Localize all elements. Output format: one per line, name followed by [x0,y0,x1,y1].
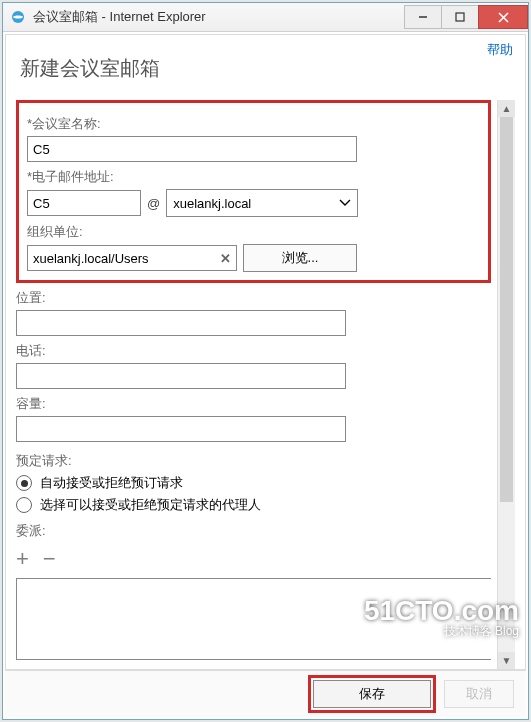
window-frame: 会议室邮箱 - Internet Explorer 帮助 新建会议室邮箱 *会议… [2,2,529,720]
scroll-thumb[interactable] [500,117,513,502]
booking-delegate-row[interactable]: 选择可以接受或拒绝预定请求的代理人 [16,496,491,514]
room-name-input[interactable] [27,136,357,162]
scroll-up-icon[interactable]: ▲ [498,100,515,117]
at-symbol: @ [147,196,160,211]
email-label: *电子邮件地址: [27,168,480,186]
ie-icon [9,8,27,26]
capacity-label: 容量: [16,395,491,413]
radio-selected-icon [16,475,32,491]
chevron-down-icon [339,199,351,207]
help-link[interactable]: 帮助 [487,41,513,59]
email-domain-select[interactable]: xuelankj.local [166,189,358,217]
save-button[interactable]: 保存 [313,680,431,708]
booking-delegate-label: 选择可以接受或拒绝预定请求的代理人 [40,496,261,514]
email-domain-value: xuelankj.local [173,196,251,211]
radio-unselected-icon [16,497,32,513]
window-title: 会议室邮箱 - Internet Explorer [33,8,405,26]
titlebar: 会议室邮箱 - Internet Explorer [3,3,528,32]
footer: 保存 取消 [5,670,526,717]
scroll-down-icon[interactable]: ▼ [498,652,515,669]
location-input[interactable] [16,310,346,336]
clear-icon[interactable]: ✕ [213,251,236,266]
maximize-button[interactable] [441,5,479,29]
form-panel: 帮助 新建会议室邮箱 *会议室名称: *电子邮件地址: @ xuelankj.l… [5,34,526,670]
capacity-input[interactable] [16,416,346,442]
form-column: *会议室名称: *电子邮件地址: @ xuelankj.local [16,100,491,669]
highlighted-section: *会议室名称: *电子邮件地址: @ xuelankj.local [16,100,491,283]
save-label: 保存 [359,685,385,703]
booking-auto-row[interactable]: 自动接受或拒绝预订请求 [16,474,491,492]
vertical-scrollbar[interactable]: ▲ ▼ [497,100,515,669]
room-name-label: *会议室名称: [27,115,480,133]
cancel-button[interactable]: 取消 [444,680,514,708]
browse-button[interactable]: 浏览... [243,244,357,272]
close-button[interactable] [478,5,528,29]
ou-input-wrapper: ✕ [27,245,237,271]
ou-label: 组织单位: [27,223,480,241]
booking-label: 预定请求: [16,452,491,470]
minimize-button[interactable] [404,5,442,29]
form-scrollarea: *会议室名称: *电子邮件地址: @ xuelankj.local [16,100,515,669]
scroll-track[interactable] [498,117,515,652]
svg-rect-2 [456,13,464,21]
add-delegate-icon[interactable]: + [16,546,29,572]
content-area: 帮助 新建会议室邮箱 *会议室名称: *电子邮件地址: @ xuelankj.l… [3,32,528,719]
save-highlight: 保存 [308,675,436,713]
remove-delegate-icon[interactable]: − [43,546,56,572]
email-alias-input[interactable] [27,190,141,216]
delegate-listbox[interactable] [16,578,491,660]
cancel-label: 取消 [466,685,492,703]
phone-input[interactable] [16,363,346,389]
delegate-label: 委派: [16,522,491,540]
browse-label: 浏览... [282,249,319,267]
booking-auto-label: 自动接受或拒绝预订请求 [40,474,183,492]
page-title: 新建会议室邮箱 [20,55,511,82]
ou-input[interactable] [28,247,213,269]
location-label: 位置: [16,289,491,307]
phone-label: 电话: [16,342,491,360]
